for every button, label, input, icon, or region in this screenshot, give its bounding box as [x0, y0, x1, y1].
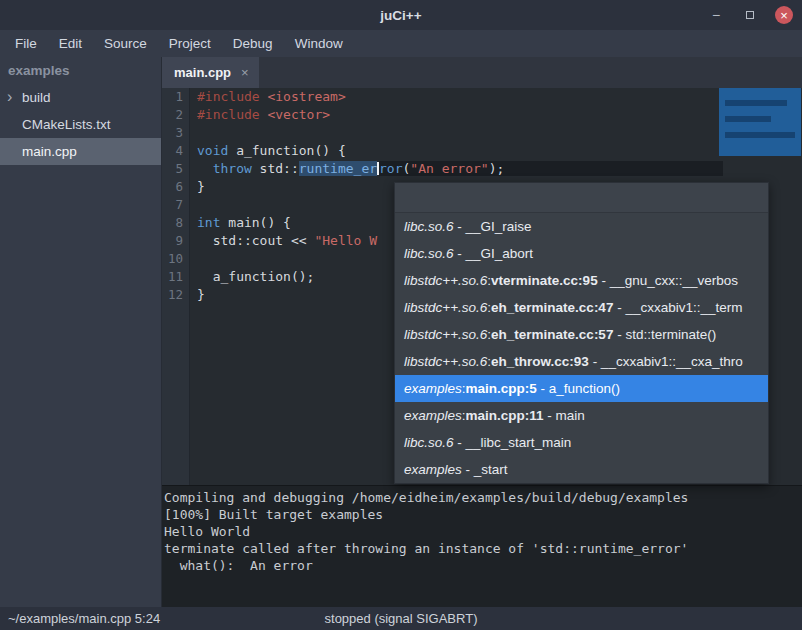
close-button[interactable]: × [775, 6, 793, 24]
backtrace-frame[interactable]: libstdc++.so.6:vterminate.cc:95 - __gnu_… [395, 267, 768, 294]
code-token: <iostream> [267, 89, 345, 104]
file-label: CMakeLists.txt [22, 117, 111, 132]
code-line-5: throw std::runtime_error("An error"); [197, 160, 802, 178]
line-number: 4 [162, 142, 189, 160]
tab-close-icon[interactable]: × [241, 65, 249, 80]
frame-location: eh_terminate.cc:57 [491, 327, 613, 342]
frame-symbol: - std::terminate() [613, 327, 716, 342]
frame-symbol: - __GI_abort [454, 246, 534, 261]
backtrace-frame[interactable]: libstdc++.so.6:eh_terminate.cc:57 - std:… [395, 321, 768, 348]
status-debug-state: stopped (signal SIGABRT) [0, 611, 802, 626]
sidebar-item-build[interactable]: ›build [0, 84, 161, 111]
line-number: 10 [162, 250, 189, 268]
file-list: ›buildCMakeLists.txtmain.cpp [0, 84, 161, 165]
preview-line [725, 132, 795, 138]
code-line-2: #include <vector> [197, 106, 802, 124]
frame-symbol: - __libc_start_main [454, 435, 572, 450]
project-name: examples [0, 57, 161, 84]
file-label: build [22, 90, 51, 105]
frame-module: examples [404, 408, 462, 423]
code-token [504, 161, 723, 176]
code-token: #include [197, 107, 267, 122]
menu-item-source[interactable]: Source [93, 30, 158, 57]
code-token: int [197, 215, 220, 230]
code-token: std:: [252, 161, 299, 176]
line-number: 6 [162, 178, 189, 196]
backtrace-frame[interactable]: examples:main.cpp:5 - a_function() [395, 375, 768, 402]
code-token: a_function() { [228, 143, 345, 158]
titlebar: juCi++ − × [0, 0, 802, 30]
terminal-line: what(): An error [164, 557, 802, 574]
frame-module: examples [404, 462, 462, 477]
frame-location: main.cpp:5 [466, 381, 537, 396]
code-line-3 [197, 124, 802, 142]
frame-module: libstdc++.so.6 [404, 300, 487, 315]
close-icon: × [780, 9, 788, 22]
backtrace-frame[interactable]: libc.so.6 - __GI_abort [395, 240, 768, 267]
backtrace-frame[interactable]: libstdc++.so.6:eh_terminate.cc:47 - __cx… [395, 294, 768, 321]
menu-item-window[interactable]: Window [284, 30, 354, 57]
menu-item-debug[interactable]: Debug [222, 30, 284, 57]
window-title: juCi++ [380, 8, 421, 23]
frame-symbol: - __gnu_cxx::__verbos [598, 273, 738, 288]
maximize-button[interactable] [741, 6, 759, 24]
backtrace-frame[interactable]: libc.so.6 - __GI_raise [395, 213, 768, 240]
menu-item-project[interactable]: Project [158, 30, 222, 57]
menu-item-edit[interactable]: Edit [48, 30, 93, 57]
statusbar: ~/examples/main.cpp 5:24 stopped (signal… [0, 607, 802, 630]
preview-tooltip [719, 88, 801, 156]
frame-symbol: - __cxxabiv1::__cxa_thro [589, 354, 743, 369]
frame-module: libc.so.6 [404, 435, 454, 450]
juci-window: juCi++ − × FileEditSourceProjectDebugWin… [0, 0, 802, 630]
code-token: main() { [220, 215, 290, 230]
backtrace-frame[interactable]: libstdc++.so.6:eh_throw.cc:93 - __cxxabi… [395, 348, 768, 375]
frame-module: libc.so.6 [404, 219, 454, 234]
line-number: 2 [162, 106, 189, 124]
frame-module: libc.so.6 [404, 246, 454, 261]
terminal-line: [100%] Built target examples [164, 506, 802, 523]
frame-module: libstdc++.so.6 [404, 354, 487, 369]
frame-symbol: - __cxxabiv1::__term [613, 300, 742, 315]
frame-symbol: - _start [462, 462, 508, 477]
frame-symbol: - a_function() [537, 381, 620, 396]
line-number: 11 [162, 268, 189, 286]
code-token: a_function(); [197, 269, 314, 284]
frame-symbol: - __GI_raise [454, 219, 532, 234]
window-controls: − × [707, 0, 793, 30]
code-token: "Hello W [314, 233, 377, 248]
code-line-4: void a_function() { [197, 142, 802, 160]
menubar: FileEditSourceProjectDebugWindow [0, 30, 802, 57]
sidebar-item-main-cpp[interactable]: main.cpp [0, 138, 161, 165]
line-number-gutter: 123456789101112 [162, 88, 190, 485]
terminal-line: Hello World [164, 523, 802, 540]
frame-module: libstdc++.so.6 [404, 327, 487, 342]
chevron-right-icon: › [7, 88, 12, 106]
minimize-button[interactable]: − [707, 6, 725, 24]
frame-module: examples [404, 381, 462, 396]
menu-item-file[interactable]: File [4, 30, 48, 57]
backtrace-frame[interactable]: libc.so.6 - __libc_start_main [395, 429, 768, 456]
file-label: main.cpp [22, 144, 77, 159]
backtrace-frame[interactable]: examples - _start [395, 456, 768, 483]
code-line-1: #include <iostream> [197, 88, 802, 106]
preview-line [725, 116, 771, 122]
output-terminal[interactable]: Compiling and debugging /home/eidheim/ex… [162, 485, 802, 607]
code-token: } [197, 287, 205, 302]
code-token: std::cout << [197, 233, 314, 248]
code-token: } [197, 179, 205, 194]
sidebar-item-cmakelists-txt[interactable]: CMakeLists.txt [0, 111, 161, 138]
frame-location: vterminate.cc:95 [491, 273, 598, 288]
code-token: ); [489, 161, 505, 176]
code-token: throw [213, 161, 252, 176]
code-token [197, 161, 213, 176]
backtrace-filter-input[interactable] [395, 183, 768, 213]
backtrace-popup: libc.so.6 - __GI_raiselibc.so.6 - __GI_a… [394, 182, 769, 484]
tab-main-cpp[interactable]: main.cpp × [162, 57, 259, 88]
code-token: runtime_er [299, 161, 377, 176]
line-number: 1 [162, 88, 189, 106]
line-number: 12 [162, 286, 189, 304]
line-number: 8 [162, 214, 189, 232]
code-token: #include [197, 89, 267, 104]
backtrace-frame[interactable]: examples:main.cpp:11 - main [395, 402, 768, 429]
backtrace-list: libc.so.6 - __GI_raiselibc.so.6 - __GI_a… [395, 213, 768, 483]
